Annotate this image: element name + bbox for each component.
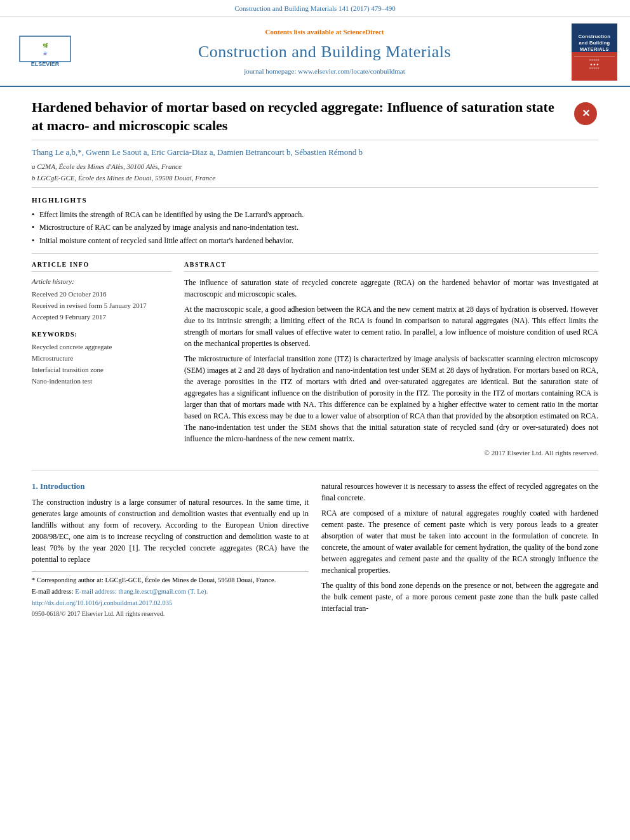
highlight-item-2: Microstructure of RAC can be analyzed by… (32, 222, 598, 233)
svg-text:⚗️: ⚗️ (43, 51, 48, 57)
crossmark-badge[interactable]: ✕ (573, 101, 598, 126)
intro-right-para-3: The quality of this bond zone depends on… (321, 580, 598, 614)
body-two-col: 1. Introduction The construction industr… (32, 481, 598, 618)
keywords-label: Keywords: (32, 330, 171, 340)
intro-right-para-2: RCA are composed of a mixture of natural… (321, 507, 598, 576)
homepage-line: journal homepage: www.elsevier.com/locat… (244, 67, 405, 77)
affiliation-a: a C2MA, École des Mines d'Alès, 30100 Al… (32, 162, 598, 172)
svg-text:✕: ✕ (582, 108, 590, 119)
received-date: Received 20 October 2016 (32, 290, 171, 300)
footnote-section: * Corresponding author at: LGCgE-GCE, Éc… (32, 571, 309, 619)
abstract-label: ABSTRACT (184, 260, 598, 272)
email-label: E-mail address: (32, 588, 75, 595)
svg-rect-0 (20, 36, 70, 62)
header-center: Contents lists available at ScienceDirec… (86, 23, 563, 81)
doi-line: http://dx.doi.org/10.1016/j.conbuildmat.… (32, 599, 309, 608)
info-abstract-row: ARTICLE INFO Article history: Received 2… (32, 253, 598, 465)
intro-left-para-1: The construction industry is a large con… (32, 497, 309, 565)
article-info-col: ARTICLE INFO Article history: Received 2… (32, 260, 171, 458)
homepage-url[interactable]: www.elsevier.com/locate/conbuildmat (298, 67, 405, 75)
issn-line: 0950-0618/© 2017 Elsevier Ltd. All right… (32, 610, 309, 619)
elsevier-logo-svg: 🌿 ⚗️ ELSEVIER (13, 33, 77, 71)
highlights-section: HIGHLIGHTS Effect limits the strength of… (32, 187, 598, 253)
cbm-logo-area: Constructionand BuildingMATERIALS ≡≡≡≡≡ … (569, 23, 620, 81)
elsevier-logo-area: 🌿 ⚗️ ELSEVIER (10, 23, 80, 81)
journal-citation-bar: Construction and Building Materials 141 … (0, 0, 630, 17)
homepage-label: journal homepage: (244, 67, 296, 75)
sciencedirect-name[interactable]: ScienceDirect (343, 28, 384, 36)
highlight-item-3: Initial moisture content of recycled san… (32, 236, 598, 246)
highlight-item-1: Effect limits the strength of RCA can be… (32, 210, 598, 220)
sciencedirect-line: Contents lists available at ScienceDirec… (265, 27, 384, 37)
authors-line: Thang Le a,b,*, Gwenn Le Saout a, Eric G… (32, 147, 598, 159)
body-right-col: natural resources however it is necessar… (321, 481, 598, 618)
body-left-col: 1. Introduction The construction industr… (32, 481, 309, 618)
highlights-label: HIGHLIGHTS (32, 196, 598, 206)
corresponding-author: * Corresponding author at: LGCgE-GCE, Éc… (32, 576, 309, 585)
main-content: Hardened behavior of mortar based on rec… (0, 87, 630, 619)
section-divider (32, 470, 598, 470)
keyword-4: Nano-indentation test (32, 377, 171, 387)
abstract-para-2: At the macroscopic scale, a good adhesio… (184, 303, 598, 349)
article-title: Hardened behavior of mortar based on rec… (32, 98, 573, 135)
cbm-logo-top-text: Constructionand BuildingMATERIALS (579, 34, 610, 52)
article-info-label: ARTICLE INFO (32, 260, 171, 272)
abstract-para-1: The influence of saturation state of rec… (184, 277, 598, 300)
journal-title: Construction and Building Materials (198, 40, 451, 64)
svg-text:ELSEVIER: ELSEVIER (31, 61, 60, 67)
doi-link[interactable]: http://dx.doi.org/10.1016/j.conbuildmat.… (32, 599, 172, 606)
abstract-para-3: The microstructure of interfacial transi… (184, 353, 598, 444)
introduction-section: 1. Introduction The construction industr… (32, 476, 598, 618)
history-label: Article history: (32, 277, 171, 287)
authors-section: Thang Le a,b,*, Gwenn Le Saout a, Eric G… (32, 140, 598, 187)
journal-citation-text: Construction and Building Materials 141 … (234, 4, 396, 12)
cbm-logo-bottom-visual: ≡≡≡≡≡ ■ ■ ■ ≡≡≡≡≡ (589, 58, 600, 70)
abstract-col: ABSTRACT The influence of saturation sta… (184, 260, 598, 458)
accepted-date: Accepted 9 February 2017 (32, 312, 171, 323)
article-title-section: Hardened behavior of mortar based on rec… (32, 87, 598, 140)
cbm-logo-box: Constructionand BuildingMATERIALS ≡≡≡≡≡ … (572, 23, 617, 81)
keyword-3: Interfacial transition zone (32, 365, 171, 375)
keyword-1: Recycled concrete aggregate (32, 342, 171, 352)
copyright-line: © 2017 Elsevier Ltd. All rights reserved… (184, 448, 598, 458)
intro-right-para-1: natural resources however it is necessar… (321, 481, 598, 503)
contents-label: Contents lists available at (265, 28, 342, 36)
svg-text:🌿: 🌿 (43, 43, 48, 48)
intro-heading: 1. Introduction (32, 481, 309, 493)
revised-date: Received in revised form 5 January 2017 (32, 301, 171, 311)
keyword-2: Microstructure (32, 354, 171, 364)
email-address: E-mail address: E-mail address: thang.le… (32, 587, 309, 597)
email-link[interactable]: E-mail address: thang.le.esct@gmail.com … (75, 588, 208, 595)
affiliation-b: b LGCgE-GCE, École des Mines de Douai, 5… (32, 173, 598, 183)
journal-header: 🌿 ⚗️ ELSEVIER Contents lists available a… (0, 17, 630, 87)
